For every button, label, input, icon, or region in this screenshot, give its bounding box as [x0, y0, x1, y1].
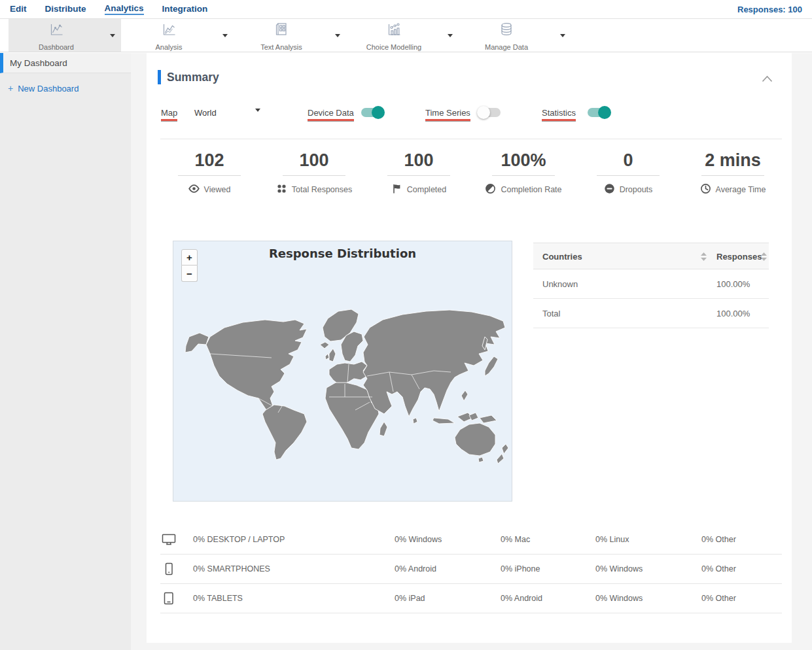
map-region-select[interactable]: World	[194, 108, 217, 118]
viewed-value: 102	[157, 148, 262, 172]
nav-analytics[interactable]: Analytics	[105, 3, 144, 15]
chevron-down-icon[interactable]	[442, 34, 459, 37]
table-row-tablets: 0% TABLETS 0% iPad 0% Android 0% Windows…	[160, 584, 782, 613]
main-area: Summary Map World Device Data Time Serie…	[131, 53, 812, 650]
map-philippines	[461, 390, 468, 401]
countries-table-header: Countries Responses	[533, 243, 769, 269]
half-circle-icon	[485, 183, 496, 196]
sidebar-item-my-dashboard[interactable]: My Dashboard	[0, 53, 131, 73]
total-responses-label: Total Responses	[292, 185, 352, 194]
table-row: Unknown 100.00%	[533, 269, 769, 299]
map-tasmania	[478, 457, 484, 462]
nav-distribute[interactable]: Distribute	[45, 4, 86, 14]
world-map[interactable]: Response Distribution + −	[173, 241, 512, 502]
completion-rate-value: 100%	[471, 148, 576, 172]
toolbar-analysis[interactable]: Analysis	[121, 19, 234, 52]
chevron-down-icon[interactable]	[255, 112, 260, 124]
scatter-bar-chart-icon	[385, 21, 402, 41]
plus-icon: +	[8, 83, 13, 94]
completion-rate-label: Completion Rate	[501, 185, 561, 194]
map-title: Response Distribution	[173, 247, 512, 260]
dropouts-value: 0	[576, 148, 680, 172]
sort-icon[interactable]	[701, 252, 707, 263]
toolbar-manage-data-label: Manage Data	[485, 43, 528, 51]
controls-divider	[160, 139, 782, 139]
responses-column-header[interactable]: Responses	[716, 252, 762, 262]
map-sri-lanka	[413, 418, 417, 424]
chevron-down-icon[interactable]	[554, 34, 571, 37]
tablet-icon	[163, 592, 175, 607]
toolbar-choice-modelling-label: Choice Modelling	[366, 43, 421, 51]
eye-icon	[188, 183, 200, 196]
map-sumatra-java	[432, 418, 455, 424]
sort-icon[interactable]	[761, 252, 767, 263]
total-responses-value: 100	[262, 148, 366, 172]
database-icon	[498, 21, 515, 41]
top-nav: Edit Distribute Analytics Integration Re…	[0, 0, 812, 19]
device-data-toggle[interactable]	[361, 108, 383, 117]
map-zoom-in-button[interactable]: +	[181, 249, 198, 265]
countries-column-header[interactable]: Countries	[542, 252, 582, 262]
line-chart-icon	[48, 21, 65, 41]
document-grid-icon	[273, 21, 290, 41]
dashboard-sidebar: My Dashboard + New Dashboard	[0, 53, 131, 650]
device-stat: 0% Other	[701, 535, 736, 544]
toolbar-text-analysis-label: Text Analysis	[260, 43, 302, 51]
toolbar-dashboard[interactable]: Dashboard	[9, 19, 121, 52]
map-label: Map	[161, 108, 177, 121]
new-dashboard-button[interactable]: + New Dashboard	[8, 83, 131, 94]
device-stat: 0% Other	[701, 564, 736, 573]
stat-completion-rate: 100% Completion Rate	[471, 148, 576, 197]
map-sulawesi	[469, 413, 478, 420]
map-iceland	[320, 342, 329, 349]
responses-count[interactable]: Responses: 100	[737, 5, 802, 14]
chevron-down-icon[interactable]	[104, 34, 121, 37]
dropouts-label: Dropouts	[620, 185, 653, 194]
country-name: Unknown	[542, 279, 578, 289]
multi-line-chart-icon	[160, 21, 177, 41]
desktop-icon	[162, 533, 176, 548]
collapse-chevron-up-icon[interactable]	[762, 73, 773, 85]
summary-panel: Summary Map World Device Data Time Serie…	[147, 53, 792, 643]
device-stat: 0% Windows	[395, 535, 442, 544]
minus-circle-icon	[604, 183, 615, 196]
toolbar-text-analysis[interactable]: Text Analysis	[234, 19, 346, 52]
device-stat: 0% iPad	[395, 594, 425, 603]
stats-row: 102 Viewed 100 Total Responses	[157, 148, 785, 197]
stat-viewed: 102 Viewed	[157, 148, 262, 197]
toolbar-choice-modelling[interactable]: Choice Modelling	[346, 19, 459, 52]
nav-edit[interactable]: Edit	[10, 4, 27, 14]
clock-icon	[700, 183, 711, 196]
statistics-toggle[interactable]	[588, 108, 610, 117]
toolbar-dashboard-label: Dashboard	[39, 43, 74, 51]
toolbar-manage-data[interactable]: Manage Data	[459, 19, 571, 52]
stat-average-time: 2 mins Average Time	[680, 148, 785, 197]
completed-value: 100	[366, 148, 471, 172]
chevron-down-icon[interactable]	[329, 34, 346, 37]
map-australia	[455, 423, 495, 456]
country-responses: 100.00%	[716, 309, 750, 318]
table-row-desktop: 0% DESKTOP / LAPTOP 0% Windows 0% Mac 0%…	[160, 525, 782, 555]
viewed-label: Viewed	[204, 185, 231, 194]
country-name: Total	[542, 309, 560, 318]
device-stat: 0% Android	[395, 564, 436, 573]
average-time-label: Average Time	[716, 185, 766, 194]
map-south-america	[262, 405, 307, 460]
statistics-label: Statistics	[542, 108, 576, 121]
table-row: Total 100.00%	[533, 299, 769, 328]
map-zoom-out-button[interactable]: −	[181, 265, 198, 282]
map-north-america	[206, 320, 307, 419]
dots-icon	[276, 183, 287, 196]
map-asia	[363, 310, 505, 417]
stat-total-responses: 100 Total Responses	[262, 148, 366, 197]
analytics-toolbar: Dashboard Analysis Text A	[0, 19, 812, 52]
device-name: 0% TABLETS	[193, 594, 243, 603]
device-table: 0% DESKTOP / LAPTOP 0% Windows 0% Mac 0%…	[160, 525, 782, 613]
nav-integration[interactable]: Integration	[162, 4, 208, 14]
countries-table: Countries Responses Unknown 100.00% Tota…	[533, 243, 769, 328]
stat-completed: 100 Completed	[366, 148, 471, 197]
new-dashboard-label: New Dashboard	[18, 84, 79, 94]
chevron-down-icon[interactable]	[217, 34, 234, 37]
map-new-guinea	[480, 415, 497, 423]
time-series-toggle[interactable]	[478, 108, 501, 117]
